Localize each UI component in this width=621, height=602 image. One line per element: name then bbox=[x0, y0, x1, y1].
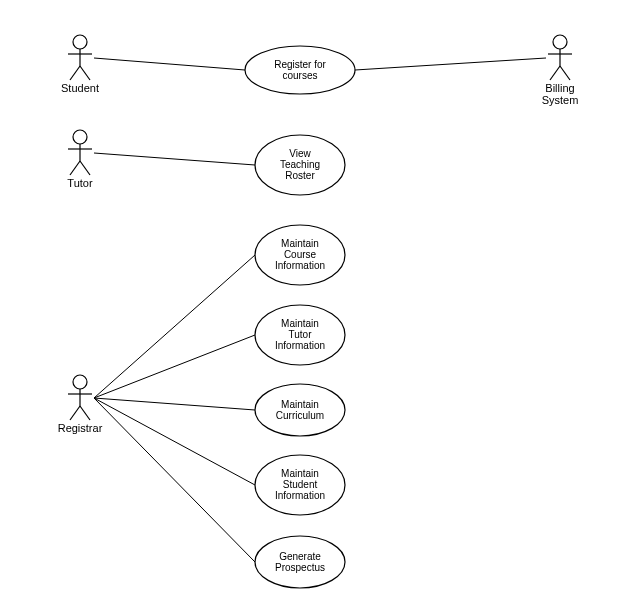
usecase-mcourse: MaintainCourseInformation bbox=[255, 225, 345, 285]
usecase-prospectus: GenerateProspectus bbox=[255, 536, 345, 588]
actor-billing: BillingSystem bbox=[542, 35, 579, 106]
usecase-view: ViewTeachingRoster bbox=[255, 135, 345, 195]
usecases-layer: Register forcoursesViewTeachingRosterMai… bbox=[245, 46, 355, 588]
svg-line-16 bbox=[560, 66, 570, 80]
svg-line-20 bbox=[70, 161, 80, 175]
svg-line-15 bbox=[550, 66, 560, 80]
usecase-mcurric-label: MaintainCurriculum bbox=[276, 398, 324, 420]
svg-line-25 bbox=[70, 406, 80, 420]
usecase-register: Register forcourses bbox=[245, 46, 355, 94]
usecase-mtutor: MaintainTutorInformation bbox=[255, 305, 345, 365]
edge-billing-register bbox=[355, 58, 546, 70]
actor-registrar-label: Registrar bbox=[58, 422, 103, 434]
actor-registrar: Registrar bbox=[58, 375, 103, 434]
edge-registrar-mstudent bbox=[94, 398, 255, 485]
svg-point-22 bbox=[73, 375, 87, 389]
actor-student: Student bbox=[61, 35, 99, 94]
usecase-prospectus-label: GenerateProspectus bbox=[275, 550, 325, 572]
actor-tutor: Tutor bbox=[67, 130, 93, 189]
use-case-diagram: Register forcoursesViewTeachingRosterMai… bbox=[0, 0, 621, 602]
svg-line-26 bbox=[80, 406, 90, 420]
edge-tutor-view bbox=[94, 153, 255, 165]
edge-student-register bbox=[94, 58, 245, 70]
svg-point-7 bbox=[73, 35, 87, 49]
edge-registrar-prospectus bbox=[94, 398, 255, 562]
edge-registrar-mtutor bbox=[94, 335, 255, 398]
edge-registrar-mcourse bbox=[94, 255, 255, 398]
svg-point-12 bbox=[553, 35, 567, 49]
usecase-mcurric: MaintainCurriculum bbox=[255, 384, 345, 436]
edge-registrar-mcurric bbox=[94, 398, 255, 410]
usecase-mstudent: MaintainStudentInformation bbox=[255, 455, 345, 515]
svg-point-17 bbox=[73, 130, 87, 144]
actor-student-label: Student bbox=[61, 82, 99, 94]
svg-line-11 bbox=[80, 66, 90, 80]
actor-tutor-label: Tutor bbox=[67, 177, 93, 189]
svg-line-10 bbox=[70, 66, 80, 80]
actor-billing-label: BillingSystem bbox=[542, 82, 579, 106]
svg-line-21 bbox=[80, 161, 90, 175]
